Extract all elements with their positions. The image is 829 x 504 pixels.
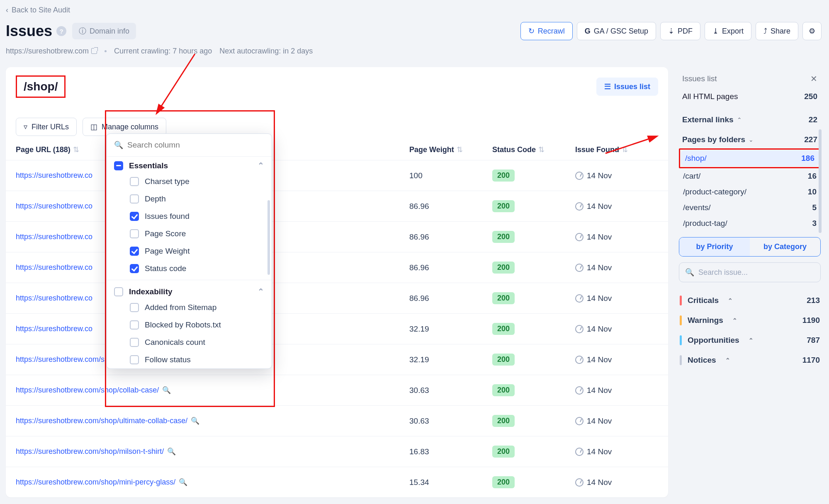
page-title: Issues xyxy=(6,22,52,40)
table-row: https://sureshotbrew.co 86.96 200 14 Nov xyxy=(6,221,668,252)
checkbox-icon[interactable] xyxy=(130,320,139,330)
column-option[interactable]: Follow status xyxy=(107,351,272,368)
col-status[interactable]: Status Code xyxy=(492,145,536,154)
column-option[interactable]: Canonicals count xyxy=(107,334,272,351)
search-issue-input[interactable]: 🔍 Search issue... xyxy=(679,262,821,282)
all-html-pages[interactable]: All HTML pages250 xyxy=(679,88,821,105)
search-icon: 🔍 xyxy=(685,268,694,277)
page-url-link[interactable]: https://sureshotbrew.com/shop/milson-t-s… xyxy=(16,447,164,456)
severity-segment: by Priority by Category xyxy=(679,237,821,257)
settings-button[interactable]: ⚙ xyxy=(802,22,822,40)
external-links[interactable]: External links⌃22 xyxy=(679,111,821,128)
pages-by-folders[interactable]: Pages by folders⌄227 xyxy=(679,131,821,148)
checkbox-indeterminate-icon[interactable] xyxy=(114,161,123,170)
checkbox-icon[interactable] xyxy=(130,303,139,312)
checkbox-icon[interactable] xyxy=(130,229,139,238)
chevron-up-icon[interactable]: ⌃ xyxy=(258,161,264,170)
sort-icon[interactable]: ⇅ xyxy=(622,145,628,154)
magnify-icon[interactable]: 🔍 xyxy=(167,448,176,456)
sort-icon[interactable]: ⇅ xyxy=(73,145,79,154)
page-url-link[interactable]: https://sureshotbrew.com/shop/mini-percy… xyxy=(16,478,175,486)
chevron-up-icon[interactable]: ⌃ xyxy=(258,287,264,296)
close-icon[interactable]: ✕ xyxy=(810,74,817,84)
page-url-link[interactable]: https://sureshotbrew.com/shop/ultimate-c… xyxy=(16,417,187,425)
table-row: https://sureshotbrew.com/shop/milson-t-s… xyxy=(6,436,668,467)
column-option[interactable]: Issues found xyxy=(107,208,272,225)
columns-icon: ◫ xyxy=(90,122,97,131)
table-row: https://sureshotbrew.co 86.96 200 14 Nov xyxy=(6,252,668,283)
col-weight[interactable]: Page Weight xyxy=(409,145,454,154)
back-link[interactable]: ‹ Back to Site Audit xyxy=(6,6,70,15)
page-url-link[interactable]: https://sureshotbrew.co xyxy=(16,294,92,302)
back-label: Back to Site Audit xyxy=(12,6,70,15)
column-search-input[interactable] xyxy=(127,141,264,150)
search-icon: 🔍 xyxy=(114,141,123,150)
help-icon[interactable]: ? xyxy=(56,26,66,36)
magnify-icon[interactable]: 🔍 xyxy=(162,386,171,394)
page-weight: 16.83 xyxy=(409,447,429,456)
export-icon: ⤓ xyxy=(712,27,719,36)
page-url-link[interactable]: https://sureshotbrew.co xyxy=(16,171,92,179)
site-url[interactable]: https://sureshotbrew.com xyxy=(6,47,89,55)
scrollbar[interactable] xyxy=(819,129,822,233)
folder-product-tag[interactable]: /product-tag/3 xyxy=(679,216,821,231)
column-option[interactable]: Page Weight xyxy=(107,242,272,260)
severity-row[interactable]: Warnings⌃1190 xyxy=(679,310,821,330)
page-url-link[interactable]: https://sureshotbrew.co xyxy=(16,263,92,271)
gauge-icon xyxy=(575,417,583,425)
info-icon: ⓘ xyxy=(79,26,86,36)
table-row: https://sureshotbrew.co 32.19 200 14 Nov xyxy=(6,313,668,344)
page-url-link[interactable]: https://sureshotbrew.com/shop/collab-cas… xyxy=(16,386,159,394)
current-crawl: Current crawling: 7 hours ago xyxy=(114,47,212,56)
column-option[interactable]: Depth xyxy=(107,190,272,208)
domain-info-chip[interactable]: ⓘ Domain info xyxy=(72,23,136,39)
checkbox-icon[interactable] xyxy=(130,355,139,364)
severity-bar-icon xyxy=(680,355,682,365)
annotation-highlight: /shop/186 xyxy=(679,148,821,168)
page-url-link[interactable]: https://sureshotbrew.co xyxy=(16,233,92,241)
issues-list-button[interactable]: ☰Issues list xyxy=(596,78,658,96)
checkbox-icon[interactable] xyxy=(130,338,139,347)
page-weight: 86.96 xyxy=(409,294,429,303)
column-option[interactable]: Blocked by Robots.txt xyxy=(107,316,272,334)
magnify-icon[interactable]: 🔍 xyxy=(179,478,187,486)
sort-icon[interactable]: ⇅ xyxy=(457,145,463,154)
folder-events[interactable]: /events/5 xyxy=(679,200,821,216)
folder-shop[interactable]: /shop/186 xyxy=(681,150,819,166)
seg-priority[interactable]: by Priority xyxy=(679,237,750,256)
page-url-link[interactable]: https://sureshotbrew.co xyxy=(16,202,92,210)
severity-row[interactable]: Criticals⌃213 xyxy=(679,291,821,310)
col-url[interactable]: Page URL (188) xyxy=(16,145,71,154)
share-button[interactable]: ⤴Share xyxy=(756,22,798,40)
sort-icon[interactable]: ⇅ xyxy=(538,145,545,154)
checkbox-icon[interactable] xyxy=(130,264,139,273)
checkbox-icon[interactable] xyxy=(114,287,123,296)
seg-category[interactable]: by Category xyxy=(750,237,820,256)
recrawl-button[interactable]: ↻Recrawl xyxy=(520,22,573,40)
folder-product-category[interactable]: /product-category/10 xyxy=(679,184,821,200)
ga-gsc-button[interactable]: GGA / GSC Setup xyxy=(577,22,656,40)
gauge-icon xyxy=(575,478,583,487)
severity-row[interactable]: Opportunities⌃787 xyxy=(679,330,821,350)
filter-urls-button[interactable]: ▿Filter URLs xyxy=(16,118,77,136)
export-button[interactable]: ⤓Export xyxy=(705,22,751,40)
checkbox-icon[interactable] xyxy=(130,177,139,186)
gear-icon: ⚙ xyxy=(809,27,815,36)
checkbox-icon[interactable] xyxy=(130,247,139,256)
checkbox-icon[interactable] xyxy=(130,194,139,204)
issue-date: 14 Nov xyxy=(587,447,612,456)
column-option[interactable]: Status code xyxy=(107,260,272,277)
folder-cart[interactable]: /cart/16 xyxy=(679,168,821,184)
column-option[interactable]: Charset type xyxy=(107,173,272,190)
pdf-button[interactable]: ⇣PDF xyxy=(660,22,700,40)
magnify-icon[interactable]: 🔍 xyxy=(191,417,199,425)
group-indexability[interactable]: Indexability ⌃ xyxy=(107,283,272,299)
group-essentials[interactable]: Essentials ⌃ xyxy=(107,157,272,173)
scrollbar[interactable] xyxy=(267,200,270,275)
column-option[interactable]: Added from Sitemap xyxy=(107,299,272,316)
column-option[interactable]: Page Score xyxy=(107,225,272,242)
severity-row[interactable]: Notices⌃1170 xyxy=(679,350,821,370)
checkbox-icon[interactable] xyxy=(130,212,139,221)
col-issue[interactable]: Issue Found xyxy=(575,145,619,154)
page-url-link[interactable]: https://sureshotbrew.co xyxy=(16,325,92,333)
